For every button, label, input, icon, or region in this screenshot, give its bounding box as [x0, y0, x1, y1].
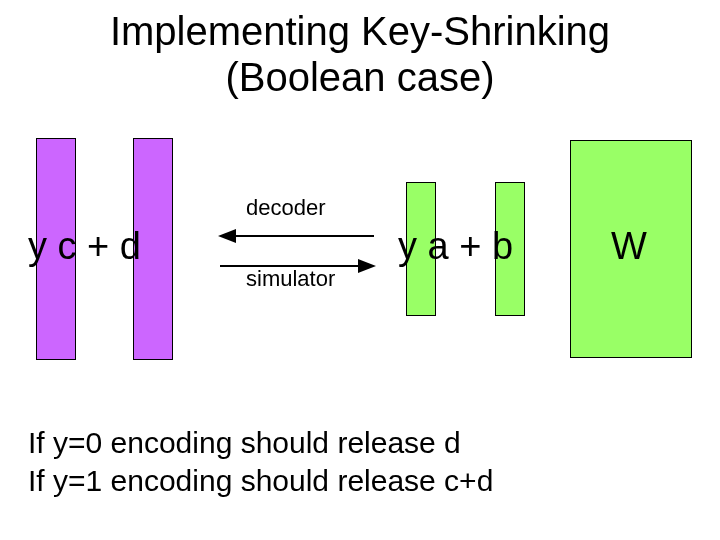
title-line-1: Implementing Key-Shrinking — [0, 8, 720, 54]
slide-title: Implementing Key-Shrinking (Boolean case… — [0, 8, 720, 100]
svg-marker-3 — [358, 259, 376, 273]
title-line-2: (Boolean case) — [0, 54, 720, 100]
bottom-line-2: If y=1 encoding should release c+d — [28, 462, 493, 500]
svg-marker-1 — [218, 229, 236, 243]
w-label: W — [611, 225, 647, 268]
bottom-text: If y=0 encoding should release d If y=1 … — [28, 424, 493, 499]
right-expression: y a + b — [398, 225, 513, 268]
simulator-label: simulator — [246, 266, 335, 292]
slide: Implementing Key-Shrinking (Boolean case… — [0, 0, 720, 540]
left-expression: y c + d — [28, 225, 141, 268]
decoder-label: decoder — [246, 195, 326, 221]
bottom-line-1: If y=0 encoding should release d — [28, 424, 493, 462]
